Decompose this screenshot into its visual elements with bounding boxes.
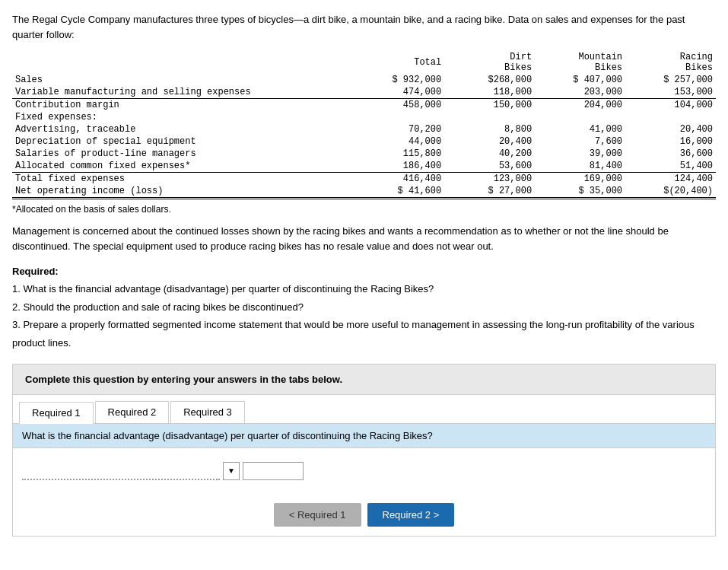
nav-buttons: < Required 1 Required 2 > <box>13 494 715 536</box>
table-cell-mountain: $ 35,000 <box>535 185 625 199</box>
input-area: ▼ <box>13 448 715 494</box>
question-bar: What is the financial advantage (disadva… <box>13 424 715 448</box>
tabs-row: Required 1Required 2Required 3 <box>13 395 715 424</box>
table-cell-total: 474,000 <box>354 86 444 99</box>
complete-instructions: Complete this question by entering your … <box>12 364 716 395</box>
table-cell-label: Sales <box>12 74 354 86</box>
table-cell-label: Total fixed expenses <box>12 173 354 186</box>
financial-table: Total DirtBikes MountainBikes RacingBike… <box>12 51 716 199</box>
table-cell-total: 115,800 <box>354 148 444 160</box>
table-header-total: Total <box>354 51 444 74</box>
table-cell-dirt: 118,000 <box>444 86 535 99</box>
table-row: Fixed expenses: <box>12 111 716 123</box>
table-cell-label: Net operating income (loss) <box>12 185 354 199</box>
footnote-text: *Allocated on the basis of sales dollars… <box>12 204 716 215</box>
table-cell-racing: 51,400 <box>625 160 716 173</box>
table-cell-dirt: 150,000 <box>444 99 535 112</box>
table-cell-label: Depreciation of special equipment <box>12 135 354 148</box>
table-cell-dirt <box>444 111 535 123</box>
dotted-text-input[interactable] <box>22 462 220 480</box>
dropdown-button[interactable]: ▼ <box>223 462 240 480</box>
table-cell-racing: $ 257,000 <box>625 74 716 86</box>
table-cell-racing: 20,400 <box>625 123 716 135</box>
table-cell-dirt: 53,600 <box>444 160 535 173</box>
table-header-racing: RacingBikes <box>625 51 716 74</box>
management-text: Management is concerned about the contin… <box>12 224 716 253</box>
table-cell-total: 416,400 <box>354 173 444 186</box>
table-cell-label: Fixed expenses: <box>12 111 354 123</box>
table-cell-label: Variable manufacturing and selling expen… <box>12 86 354 99</box>
table-cell-label: Advertising, traceable <box>12 123 354 135</box>
table-row: Variable manufacturing and selling expen… <box>12 86 716 99</box>
question-text: What is the financial advantage (disadva… <box>22 430 433 441</box>
table-cell-racing: 153,000 <box>625 86 716 99</box>
table-cell-mountain <box>535 111 625 123</box>
tabs-container: Required 1Required 2Required 3 What is t… <box>12 395 716 537</box>
tab-req3[interactable]: Required 3 <box>170 401 245 423</box>
table-header-mountain: MountainBikes <box>535 51 625 74</box>
table-cell-racing: 36,600 <box>625 148 716 160</box>
table-cell-total <box>354 111 444 123</box>
required-item-3: 3. Prepare a properly formatted segmente… <box>12 319 695 348</box>
next-button[interactable]: Required 2 > <box>367 503 455 527</box>
table-row: Contribution margin458,000150,000204,000… <box>12 99 716 112</box>
required-header: Required: <box>12 266 59 277</box>
table-cell-mountain: 203,000 <box>535 86 625 99</box>
table-cell-dirt: 40,200 <box>444 148 535 160</box>
table-cell-dirt: $268,000 <box>444 74 535 86</box>
intro-text: The Regal Cycle Company manufactures thr… <box>12 12 716 42</box>
table-cell-total: $ 41,600 <box>354 185 444 199</box>
table-cell-racing <box>625 111 716 123</box>
table-row: Depreciation of special equipment44,0002… <box>12 135 716 148</box>
table-cell-total: 458,000 <box>354 99 444 112</box>
table-cell-label: Salaries of product-line managers <box>12 148 354 160</box>
table-cell-mountain: 169,000 <box>535 173 625 186</box>
table-cell-dirt: $ 27,000 <box>444 185 535 199</box>
table-header-dirt: DirtBikes <box>444 51 535 74</box>
table-cell-mountain: 7,600 <box>535 135 625 148</box>
required-item-2: 2. Should the production and sale of rac… <box>12 301 304 313</box>
tab-req2[interactable]: Required 2 <box>95 401 170 423</box>
table-cell-total: 186,400 <box>354 160 444 173</box>
complete-instructions-text: Complete this question by entering your … <box>25 374 342 385</box>
table-cell-racing: $(20,400) <box>625 185 716 199</box>
table-cell-total: 70,200 <box>354 123 444 135</box>
required-item-1: 1. What is the financial advantage (disa… <box>12 283 434 295</box>
table-row: Allocated common fixed expenses*186,4005… <box>12 160 716 173</box>
table-row: Advertising, traceable70,2008,80041,0002… <box>12 123 716 135</box>
table-cell-total: 44,000 <box>354 135 444 148</box>
table-cell-label: Allocated common fixed expenses* <box>12 160 354 173</box>
table-row: Sales$ 932,000$268,000$ 407,000$ 257,000 <box>12 74 716 86</box>
table-cell-racing: 104,000 <box>625 99 716 112</box>
table-cell-dirt: 20,400 <box>444 135 535 148</box>
table-header-label <box>12 51 354 74</box>
table-cell-mountain: $ 407,000 <box>535 74 625 86</box>
dropdown-arrow-icon: ▼ <box>227 467 235 475</box>
table-cell-mountain: 39,000 <box>535 148 625 160</box>
value-input[interactable] <box>243 462 304 480</box>
table-cell-dirt: 8,800 <box>444 123 535 135</box>
required-section: Required: 1. What is the financial advan… <box>12 263 716 352</box>
table-cell-racing: 16,000 <box>625 135 716 148</box>
table-row: Total fixed expenses416,400123,000169,00… <box>12 173 716 186</box>
table-row: Salaries of product-line managers115,800… <box>12 148 716 160</box>
tab-req1[interactable]: Required 1 <box>19 402 94 424</box>
table-cell-dirt: 123,000 <box>444 173 535 186</box>
table-cell-mountain: 204,000 <box>535 99 625 112</box>
table-cell-mountain: 41,000 <box>535 123 625 135</box>
table-cell-total: $ 932,000 <box>354 74 444 86</box>
table-row: Net operating income (loss)$ 41,600$ 27,… <box>12 185 716 199</box>
table-cell-label: Contribution margin <box>12 99 354 112</box>
table-cell-mountain: 81,400 <box>535 160 625 173</box>
prev-button[interactable]: < Required 1 <box>274 503 361 527</box>
table-cell-racing: 124,400 <box>625 173 716 186</box>
